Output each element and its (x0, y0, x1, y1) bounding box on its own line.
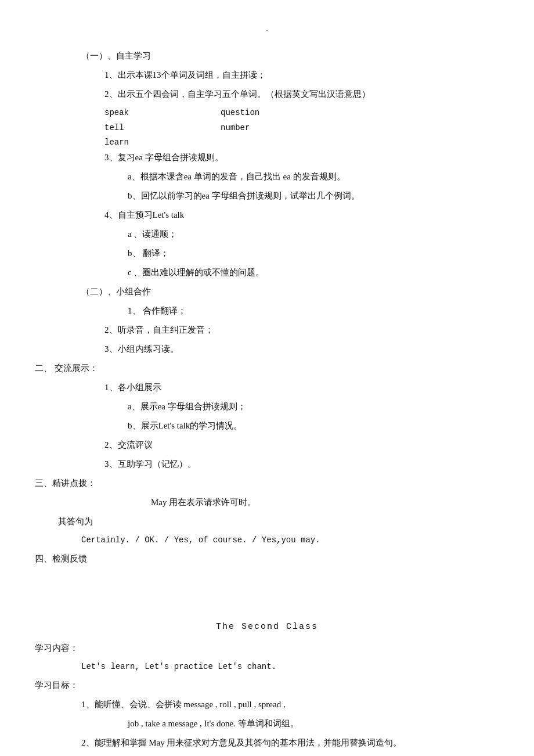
dot-top: · (35, 23, 499, 37)
group-item-2: 2、听录音，自主纠正发音； (104, 322, 499, 338)
second-class-title: The Second Class (35, 619, 499, 635)
item-3-sub-b: b、回忆以前学习的ea 字母组合拼读规则，试举出几个例词。 (128, 188, 499, 204)
goal-1-line1: 1、能听懂、会说、会拼读 message , roll , pull , spr… (81, 697, 499, 712)
goal-label: 学习目标： (35, 678, 499, 693)
word-row-3: learn (104, 135, 499, 150)
exchange-sub-b: b、展示Let's talk的学习情况。 (128, 418, 499, 434)
section-self-study-title: （一）、自主学习 (81, 48, 499, 64)
section-explain-title: 三、精讲点拨： (35, 476, 499, 491)
item-3-sub-a: a、根据本课含ea 单词的发音，自己找出 ea 的发音规则。 (128, 169, 499, 185)
exchange-item-2: 2、交流评议 (104, 437, 499, 453)
item-2: 2、出示五个四会词，自主学习五个单词。（根据英文写出汉语意思） (104, 87, 499, 102)
goal-2: 2、能理解和掌握 May 用来征求对方意见及其答句的基本用法，并能用替换词造句。 (81, 735, 499, 751)
item-3: 3、复习ea 字母组合拼读规则。 (104, 150, 499, 165)
explain-answer: Certainly. / OK. / Yes, of course. / Yes… (81, 533, 499, 548)
group-item-1: 1、 合作翻译； (128, 303, 499, 319)
group-item-3: 3、小组内练习读。 (104, 341, 499, 357)
goal-1-line2: job , take a message , It's done. 等单词和词组… (128, 716, 499, 732)
word-row-1: speak question (104, 106, 499, 120)
item-4: 4、自主预习Let's talk (104, 207, 499, 223)
page-content: · （一）、自主学习 1、出示本课13个单词及词组，自主拼读； 2、出示五个四会… (35, 23, 499, 756)
explain-answer-label: 其答句为 (58, 514, 499, 530)
exchange-item-1: 1、各小组展示 (104, 380, 499, 395)
section-exchange-title: 二、 交流展示： (35, 361, 499, 376)
section-group-title: （二）、小组合作 (81, 284, 499, 300)
item-1: 1、出示本课13个单词及词组，自主拼读； (104, 67, 499, 83)
item-4-sub-c: c 、圈出难以理解的或不懂的问题。 (128, 265, 499, 280)
content-text: Let's learn, Let's practice Let's chant. (81, 660, 499, 674)
word-speak: speak (104, 106, 221, 120)
exchange-item-3: 3、互助学习（记忆）。 (104, 456, 499, 472)
word-tell: tell (104, 121, 221, 135)
word-question: question (221, 106, 259, 120)
word-number: number (221, 121, 250, 135)
item-4-sub-b: b、 翻译； (128, 246, 499, 261)
word-row-2: tell number (104, 121, 499, 135)
exchange-sub-a: a、展示ea 字母组合拼读规则； (128, 399, 499, 415)
content-label: 学习内容： (35, 640, 499, 656)
explain-main: May 用在表示请求许可时。 (151, 495, 499, 510)
section-check-title: 四、检测反馈 (35, 551, 499, 567)
item-4-sub-a: a 、读通顺； (128, 226, 499, 242)
word-learn: learn (104, 135, 221, 150)
